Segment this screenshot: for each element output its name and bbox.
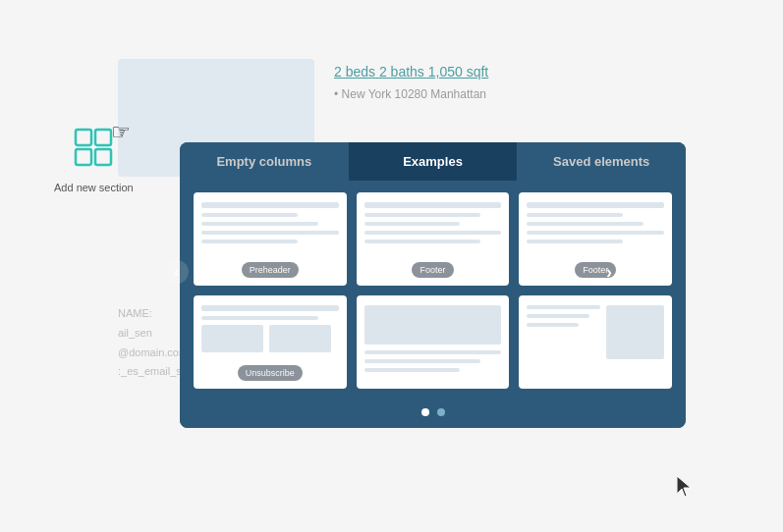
listing-subtitle: • New York 10280 Manhattan — [334, 87, 488, 101]
carousel-dots — [180, 400, 686, 428]
card-line — [201, 213, 298, 217]
card-footer-1[interactable]: Footer — [357, 192, 510, 286]
svg-rect-3 — [95, 149, 111, 165]
carousel-prev-button[interactable]: ‹ — [165, 260, 189, 284]
svg-rect-2 — [76, 149, 91, 165]
card-line — [527, 239, 623, 243]
listing-title: 2 beds 2 baths 1,050 sqft — [334, 64, 488, 80]
cards-grid: Preheader Footer Footer — [180, 181, 686, 400]
card-line — [364, 231, 502, 235]
carousel-dot-2[interactable] — [437, 408, 445, 416]
card-line — [527, 305, 600, 309]
svg-rect-1 — [95, 130, 111, 145]
svg-rect-0 — [76, 130, 91, 145]
sidebar-panel: ☞ Add new section — [54, 128, 134, 194]
card-line — [201, 305, 339, 311]
card-line — [201, 202, 339, 208]
popup-panel: Empty columns Examples Saved elements Pr… — [180, 142, 686, 428]
card-line — [364, 350, 502, 354]
card-line — [364, 213, 481, 217]
tabs-container: Empty columns Examples Saved elements — [180, 142, 686, 181]
mouse-cursor-icon — [677, 476, 695, 503]
card-line — [201, 231, 339, 235]
card-line — [201, 239, 298, 243]
card-line — [364, 239, 481, 243]
card-image-block — [364, 305, 502, 345]
card-image-block-right — [606, 305, 664, 359]
svg-marker-4 — [677, 476, 691, 497]
add-section-icon-container[interactable]: ☞ — [74, 128, 113, 171]
card-badge-footer-1: Footer — [412, 262, 453, 278]
card-badge-unsubscribe: Unsubscribe — [238, 365, 303, 381]
card-block — [269, 325, 331, 352]
card-unsubscribe[interactable]: Unsubscribe — [194, 295, 347, 389]
tab-saved-elements[interactable]: Saved elements — [517, 142, 686, 181]
card-line — [527, 314, 589, 318]
tab-empty-columns[interactable]: Empty columns — [180, 142, 349, 181]
card-line — [201, 316, 318, 320]
listing-text: 2 beds 2 baths 1,050 sqft • New York 102… — [334, 64, 488, 101]
card-line — [201, 222, 318, 226]
carousel-dot-1[interactable] — [421, 408, 429, 416]
grid-icon — [74, 128, 113, 167]
card-line — [527, 213, 623, 217]
card-line — [364, 368, 461, 372]
add-section-label: Add new section — [54, 181, 134, 194]
card-footer-2[interactable]: Footer — [519, 192, 672, 286]
carousel-next-button[interactable]: › — [597, 260, 621, 284]
card-line — [364, 359, 481, 363]
card-line — [364, 202, 502, 208]
card-line — [527, 202, 664, 208]
card-block-1[interactable] — [357, 295, 510, 389]
card-line — [527, 222, 643, 226]
card-badge-preheader: Preheader — [242, 262, 299, 278]
card-line — [527, 231, 664, 235]
card-line — [527, 323, 579, 327]
cursor-hand-icon: ☞ — [111, 120, 131, 145]
tab-examples[interactable]: Examples — [349, 142, 518, 181]
card-block-2[interactable] — [519, 295, 672, 389]
card-line — [364, 222, 461, 226]
card-block — [201, 325, 263, 352]
card-preheader[interactable]: Preheader — [194, 192, 347, 286]
